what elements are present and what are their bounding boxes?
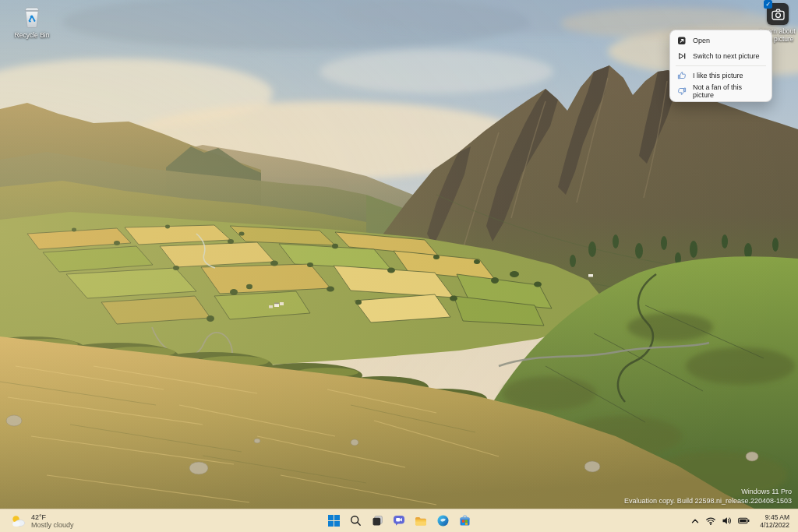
hidden-icons-chevron[interactable] bbox=[690, 516, 700, 526]
file-explorer-icon bbox=[415, 516, 427, 527]
windows-start-icon bbox=[328, 515, 340, 527]
selected-checkmark: ✓ bbox=[764, 0, 772, 9]
taskbar: 42°F Mostly cloudy bbox=[0, 509, 798, 532]
chat-button[interactable] bbox=[390, 512, 408, 530]
system-tray: 9:45 AM 4/12/2022 bbox=[682, 509, 798, 532]
taskbar-center bbox=[324, 509, 474, 532]
wifi-icon bbox=[705, 516, 716, 526]
camera-icon bbox=[772, 9, 785, 20]
task-view-button[interactable] bbox=[368, 512, 387, 530]
recycle-bin-icon bbox=[21, 5, 43, 29]
spotlight-context-menu: Open Switch to next picture I like this … bbox=[669, 30, 772, 102]
open-icon bbox=[677, 36, 687, 45]
watermark-edition: Windows 11 Pro bbox=[624, 488, 792, 497]
context-menu-item-like[interactable]: I like this picture bbox=[673, 68, 769, 83]
context-menu-item-open[interactable]: Open bbox=[673, 33, 769, 48]
chat-icon bbox=[393, 515, 405, 527]
recycle-bin-label: Recycle Bin bbox=[15, 31, 50, 39]
spotlight-camera-tile[interactable]: ✓ bbox=[767, 3, 789, 25]
skip-next-icon bbox=[677, 51, 687, 61]
context-menu-label: Open bbox=[693, 37, 710, 44]
chevron-up-icon bbox=[690, 516, 700, 526]
desktop-background[interactable]: Recycle Bin ✓ Learn about this picture O… bbox=[0, 0, 798, 509]
evaluation-watermark: Windows 11 Pro Evaluation copy. Build 22… bbox=[624, 488, 792, 506]
edge-icon bbox=[437, 515, 449, 527]
network-button[interactable] bbox=[705, 516, 716, 526]
weather-temperature: 42°F bbox=[31, 513, 74, 521]
start-button[interactable] bbox=[324, 512, 343, 530]
desktop-icon-recycle-bin[interactable]: Recycle Bin bbox=[6, 5, 58, 39]
volume-button[interactable] bbox=[722, 516, 733, 526]
context-menu-item-dislike[interactable]: Not a fan of this picture bbox=[673, 83, 769, 99]
edge-button[interactable] bbox=[433, 512, 452, 530]
clock-date: 4/12/2022 bbox=[760, 521, 789, 529]
battery-icon bbox=[738, 516, 750, 526]
microsoft-store-button[interactable] bbox=[455, 512, 474, 530]
context-menu-label: Switch to next picture bbox=[693, 52, 760, 60]
watermark-build: Evaluation copy. Build 22598.ni_release.… bbox=[624, 497, 792, 506]
file-explorer-button[interactable] bbox=[411, 512, 430, 530]
clock-time: 9:45 AM bbox=[760, 513, 789, 521]
context-menu-item-next-picture[interactable]: Switch to next picture bbox=[673, 48, 769, 64]
task-view-icon bbox=[372, 515, 383, 527]
search-button[interactable] bbox=[346, 512, 365, 530]
weather-condition: Mostly cloudy bbox=[31, 521, 74, 529]
context-menu-label: I like this picture bbox=[693, 72, 743, 79]
battery-button[interactable] bbox=[738, 516, 750, 526]
clock[interactable]: 9:45 AM 4/12/2022 bbox=[760, 513, 789, 529]
thumbs-down-icon bbox=[677, 86, 687, 96]
context-menu-label: Not a fan of this picture bbox=[693, 83, 764, 99]
thumbs-up-icon bbox=[677, 71, 687, 80]
speaker-icon bbox=[722, 516, 733, 526]
partly-cloudy-icon bbox=[10, 514, 26, 528]
microsoft-store-icon bbox=[459, 515, 471, 527]
search-icon bbox=[350, 515, 362, 527]
widgets-button[interactable]: 42°F Mostly cloudy bbox=[0, 509, 84, 532]
menu-separator bbox=[676, 65, 766, 66]
